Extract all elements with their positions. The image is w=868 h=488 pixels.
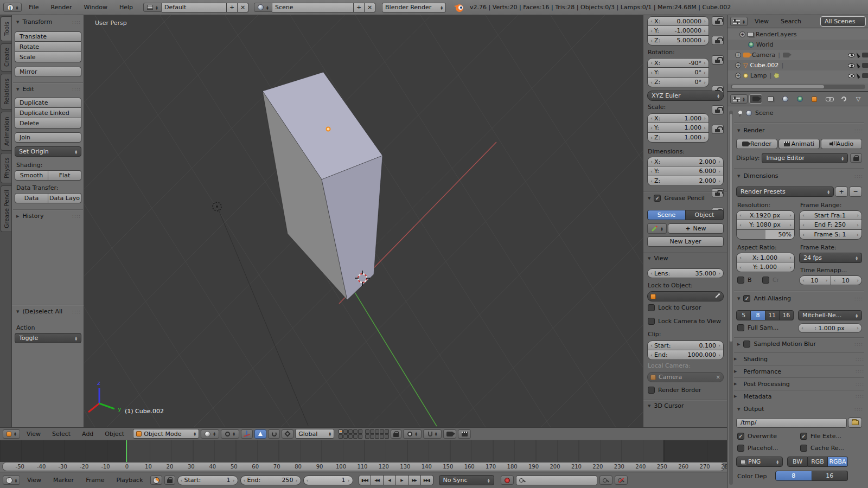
proportional-edit-select[interactable] [403,429,422,439]
frame-start-field[interactable]: ‹Start Fra:1› [799,210,862,220]
full-sample-row[interactable]: Full Sam... [737,324,778,331]
set-origin-select[interactable]: Set Origin [15,146,81,157]
gp-pencil-select[interactable] [647,223,667,234]
opengl-render-anim-button[interactable] [458,429,471,439]
panel-grip[interactable] [854,296,863,301]
tl-menu-frame[interactable]: Frame [81,477,109,484]
frame-step-field[interactable]: ‹Frame S: 1› [799,230,862,240]
outliner-item-cube[interactable]: +▽Cube.002 | [727,60,868,70]
selectable-arrow-icon[interactable] [857,73,861,79]
gp-new-layer-button[interactable]: New Layer [647,236,724,247]
crop-checkbox[interactable] [762,277,769,284]
rotation-order-select[interactable]: XYZ Euler [647,91,724,101]
overwrite-row[interactable]: Overwrite [737,433,777,440]
menu-help[interactable]: Help [114,4,138,11]
location-z-field[interactable]: ‹Z:5.00000› [647,36,709,46]
cache-result-row[interactable]: Cache Re... [800,445,844,452]
outliner-filter-select[interactable]: All Scenes [820,16,866,27]
transport-button[interactable]: ▮◀◀ [359,475,371,485]
manipulator-scale-button[interactable] [282,429,293,439]
dimension-z-field[interactable]: ‹Z:2.000› [647,176,724,186]
render-audio-button[interactable]: Audio [821,139,862,149]
output-panel-header[interactable]: Output [737,406,863,413]
panel-grip[interactable] [854,407,863,412]
opengl-render-button[interactable] [443,429,456,439]
scale-button[interactable]: Scale [15,52,81,62]
aspect-y-field[interactable]: ‹Y: 1.000› [736,262,795,272]
display-select[interactable]: Image Editor [762,153,848,163]
object-origin-dot[interactable] [327,127,330,131]
deselect-all-panel-header[interactable]: (De)select All [16,308,81,315]
file-extensions-row[interactable]: File Exte... [800,433,841,440]
mirror-button[interactable]: Mirror [15,67,81,77]
panel-grip[interactable] [856,381,864,387]
tab-constraints[interactable] [822,94,835,104]
mode-select[interactable]: Object Mode [133,429,199,439]
border-row[interactable]: B [737,277,752,284]
collapsed-panel-header[interactable]: Metadata [734,390,864,402]
gp-source-scene-tab[interactable]: Scene [647,210,686,220]
ol-menu-view[interactable]: View [750,18,774,25]
placeholders-row[interactable]: Placehol... [737,445,778,452]
panel-grip[interactable] [854,174,863,179]
menu-render[interactable]: Render [46,4,76,11]
expand-icon[interactable]: + [735,62,741,68]
visibility-eye-icon[interactable] [848,74,855,78]
lock-camera-checkbox[interactable] [648,318,655,325]
outliner-hscrollbar[interactable] [731,85,865,89]
timeline-ruler[interactable]: -50-40-30-20-100102030405060708090100110… [2,462,725,471]
lamp-object[interactable] [213,202,221,211]
outliner-item-lamp[interactable]: +Lamp | [727,70,868,81]
remap-new-field[interactable]: ‹10› [831,275,863,285]
data-transfer-data-button[interactable]: Data [15,193,48,203]
pin-icon[interactable] [737,110,743,117]
visibility-eye-icon[interactable] [848,63,855,68]
aa-samples-11[interactable]: 11 [765,310,780,320]
aa-samples-16[interactable]: 16 [780,310,794,320]
resolution-x-field[interactable]: ‹X:1920 px› [736,210,795,220]
frame-end-field[interactable]: ‹End F: 250› [799,220,862,230]
tl-menu-playback[interactable]: Playback [111,477,148,484]
manipulator-toggle-button[interactable] [241,429,253,439]
add-preset-button[interactable]: + [835,187,848,197]
manipulator-rotate-button[interactable] [268,429,280,439]
render-border-row[interactable]: Render Border [648,387,701,394]
lock-to-cursor-checkbox[interactable] [648,304,655,311]
tab-modifiers[interactable] [837,94,850,104]
add-layout-button[interactable]: + [227,3,238,12]
screen-layout-icon-button[interactable] [143,3,162,12]
clip-start-field[interactable]: ‹Start:0.100› [647,341,724,350]
insert-keyframe-button[interactable] [599,476,612,485]
view-panel-header[interactable]: View [648,255,723,262]
lock-rotation-z-button[interactable] [712,125,724,134]
dimension-x-field[interactable]: ‹X:2.000› [647,157,724,166]
shelf-tab-grease-pencil[interactable]: Grease Pencil [1,185,11,232]
lock-location-x-button[interactable] [712,16,724,25]
use-preview-range-button[interactable] [150,476,162,485]
rotation-z-field[interactable]: ‹Z:0°› [647,78,709,87]
clear-icon[interactable]: × [716,374,720,380]
output-path-field[interactable]: /tmp/ [736,418,847,428]
antialiasing-checkbox[interactable] [743,295,750,302]
scale-x-field[interactable]: ‹X:1.000› [647,113,709,123]
action-select[interactable]: Toggle [15,333,81,343]
expand-icon[interactable]: + [739,31,745,37]
duplicate-button[interactable]: Duplicate [15,98,81,108]
panel-grip[interactable] [854,128,863,133]
screen-layout-field[interactable]: Default [162,3,227,12]
viewport-shading-select[interactable] [201,429,219,439]
tab-render-layers[interactable] [764,94,777,104]
filter-size-field[interactable]: ‹: 1.000 px› [798,323,862,333]
visibility-eye-icon[interactable] [848,53,855,57]
lock-rotation-y-button[interactable] [712,105,724,114]
selectable-arrow-icon[interactable] [857,62,861,69]
frame-end-field[interactable]: ‹End:250› [240,476,301,485]
editor-type-3dview-button[interactable] [3,429,20,439]
scene-icon-button[interactable] [254,3,272,12]
lock-to-cursor-row[interactable]: Lock to Cursor [648,304,701,311]
shelf-tab-tools[interactable]: Tools [1,16,11,41]
local-camera-field[interactable]: Camera× [647,372,724,382]
gp-new-button[interactable]: +New [668,223,724,234]
border-checkbox[interactable] [737,277,744,284]
lock-to-scene-button[interactable] [391,429,401,439]
